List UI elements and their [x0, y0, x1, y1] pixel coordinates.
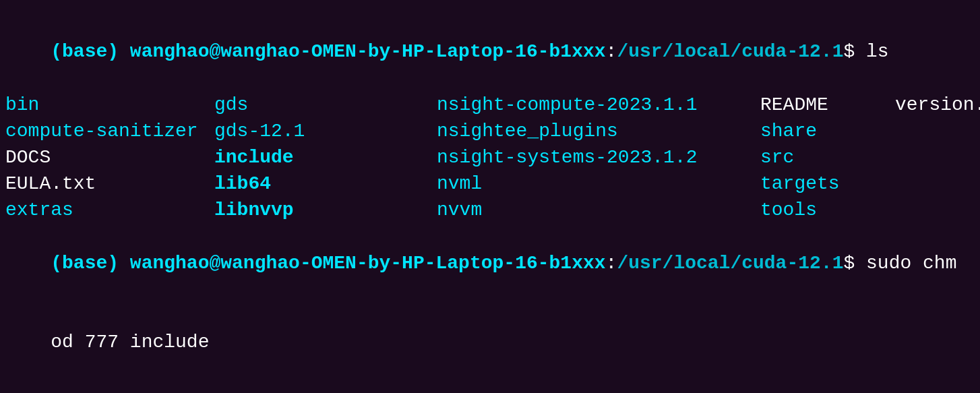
cmd-7: sudo chm	[866, 253, 956, 274]
ls-item-nsightee-plugins: nsightee_plugins	[437, 118, 760, 144]
prompt-dollar-1: $	[843, 41, 866, 62]
ls-item-empty-4	[895, 171, 980, 197]
prompt-prefix-7: (base)	[51, 253, 130, 274]
prompt-path-7: /usr/local/cuda-12.1	[617, 253, 843, 274]
ls-item-compute-sanitizer: compute-sanitizer	[5, 118, 214, 144]
prompt-path-1: /usr/local/cuda-12.1	[617, 41, 843, 62]
ls-item-version-json: version.json	[895, 92, 980, 118]
ls-item-readme: README	[760, 92, 895, 118]
ls-item-nvml: nvml	[437, 171, 760, 197]
prompt-user-7: wanghao@wanghao-OMEN-by-HP-Laptop-16-b1x…	[130, 253, 606, 274]
prompt-colon-1: :	[606, 41, 617, 62]
ls-item-gds-121: gds-12.1	[214, 118, 437, 144]
ls-item-libnvvp: libnvvp	[214, 197, 437, 223]
ls-item-docs: DOCS	[5, 144, 214, 171]
terminal-window[interactable]: (base) wanghao@wanghao-OMEN-by-HP-Laptop…	[0, 7, 980, 386]
ls-item-nsight-systems: nsight-systems-2023.1.2	[437, 144, 760, 171]
cmd-continuation: od 777 include	[51, 332, 209, 353]
ls-item-targets: targets	[760, 171, 895, 197]
ls-row-3: DOCS include nsight-systems-2023.1.2 src	[0, 144, 980, 171]
ls-row-5: extras libnvvp nvvm tools	[0, 197, 980, 223]
ls-item-extras: extras	[5, 197, 214, 223]
prompt-prefix-1: (base)	[51, 41, 130, 62]
terminal-line-7: (base) wanghao@wanghao-OMEN-by-HP-Laptop…	[0, 224, 980, 303]
ls-item-share: share	[760, 118, 895, 144]
ls-item-empty-2	[895, 118, 980, 144]
ls-item-gds: gds	[214, 92, 437, 118]
ls-row-1: bin gds nsight-compute-2023.1.1 README v…	[0, 92, 980, 118]
prompt-user-1: wanghao@wanghao-OMEN-by-HP-Laptop-16-b1x…	[130, 41, 606, 62]
terminal-line-8: od 777 include	[0, 303, 980, 382]
terminal-line-9: [sudo] wanghao 的密码：	[0, 382, 980, 386]
ls-item-empty-3	[895, 144, 980, 171]
prompt-colon-7: :	[606, 253, 617, 274]
ls-item-empty-5	[895, 197, 980, 223]
cmd-1: ls	[866, 41, 889, 62]
prompt-dollar-7: $	[843, 253, 866, 274]
terminal-line-1: (base) wanghao@wanghao-OMEN-by-HP-Laptop…	[0, 12, 980, 92]
ls-item-bin: bin	[5, 92, 214, 118]
ls-item-nsight-compute: nsight-compute-2023.1.1	[437, 92, 760, 118]
ls-row-4: EULA.txt lib64 nvml targets	[0, 171, 980, 197]
ls-item-lib64: lib64	[214, 171, 437, 197]
ls-item-src: src	[760, 144, 895, 171]
ls-row-2: compute-sanitizer gds-12.1 nsightee_plug…	[0, 118, 980, 144]
ls-item-include: include	[214, 144, 437, 171]
ls-item-tools: tools	[760, 197, 895, 223]
ls-item-eula: EULA.txt	[5, 171, 214, 197]
ls-item-nvvm: nvvm	[437, 197, 760, 223]
